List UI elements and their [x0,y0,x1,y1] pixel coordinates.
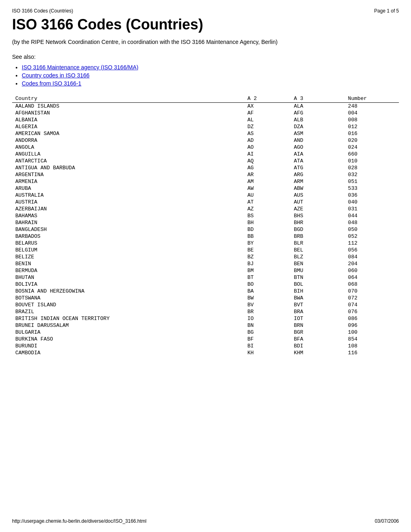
cell-a2: AO [244,144,291,151]
cell-a2: AZ [244,206,291,212]
cell-a2: AT [244,199,291,206]
footer-date: 03/07/2006 [375,518,399,524]
cell-a2: IO [244,315,291,322]
table-row: BERMUDABMBMU060 [12,267,399,274]
col-header-number: Number [345,95,399,103]
cell-country: ALBANIA [12,116,244,123]
table-row: BOSNIA AND HERZEGOWINABABIH070 [12,288,399,295]
cell-a3: BOL [291,281,345,288]
cell-a2: BV [244,301,291,308]
cell-country: AMERICAN SAMOA [12,130,244,137]
table-row: ANTIGUA AND BARBUDAAGATG028 [12,164,399,171]
cell-number: 060 [345,267,399,274]
cell-a2: AD [244,137,291,144]
link-codes-3166-1[interactable]: Codes from ISO 3166-1 [22,80,81,87]
cell-a3: BLR [291,240,345,247]
cell-number: 096 [345,322,399,329]
cell-number: 056 [345,247,399,254]
cell-a2: BM [244,267,291,274]
cell-number: 040 [345,199,399,206]
cell-a3: BFA [291,336,345,343]
cell-number: 068 [345,281,399,288]
footer-bar: http://userpage.chemie.fu-berlin.de/dive… [12,518,399,524]
table-row: AZERBAIJANAZAZE031 [12,206,399,212]
cell-a2: BF [244,336,291,343]
table-row: BRITISH INDIAN OCEAN TERRITORYIOIOT086 [12,315,399,322]
cell-a3: BTN [291,274,345,281]
cell-number: 016 [345,130,399,137]
table-row: ANTARCTICAAQATA010 [12,158,399,164]
cell-country: BANGLADESH [12,226,244,233]
link-country-codes[interactable]: Country codes in ISO 3166 [22,72,89,79]
cell-a3: BEN [291,260,345,267]
table-row: BULGARIABGBGR100 [12,329,399,336]
cell-a2: BD [244,226,291,233]
cell-country: ANGUILLA [12,151,244,158]
cell-number: 048 [345,219,399,226]
cell-a2: AW [244,185,291,192]
cell-number: 084 [345,254,399,260]
cell-number: 854 [345,336,399,343]
cell-a3: AFG [291,110,345,116]
cell-country: BRUNEI DARUSSALAM [12,322,244,329]
cell-a2: AG [244,164,291,171]
cell-number: 108 [345,343,399,349]
cell-a2: BA [244,288,291,295]
cell-a2: AR [244,171,291,178]
footer-url: http://userpage.chemie.fu-berlin.de/dive… [12,518,147,524]
cell-country: ARMENIA [12,178,244,185]
cell-a3: ATG [291,164,345,171]
cell-a3: BVT [291,301,345,308]
cell-number: 072 [345,295,399,301]
table-row: AFGHANISTANAFAFG004 [12,110,399,116]
list-item: ISO 3166 Maintenance agency (ISO 3166/MA… [22,64,399,71]
cell-number: 100 [345,329,399,336]
cell-a2: BG [244,329,291,336]
cell-number: 028 [345,164,399,171]
cell-country: AUSTRIA [12,199,244,206]
cell-number: 036 [345,192,399,199]
link-maintenance-agency[interactable]: ISO 3166 Maintenance agency (ISO 3166/MA… [22,64,139,71]
cell-country: BARBADOS [12,233,244,240]
cell-country: BURUNDI [12,343,244,349]
cell-country: ARUBA [12,185,244,192]
table-row: AUSTRIAATAUT040 [12,199,399,206]
cell-a3: BMU [291,267,345,274]
cell-a3: BLZ [291,254,345,260]
cell-number: 248 [345,103,399,110]
cell-a3: BRB [291,233,345,240]
col-header-a2: A 2 [244,95,291,103]
cell-number: 076 [345,308,399,315]
cell-country: BOTSWANA [12,295,244,301]
header-page-info: Page 1 of 5 [374,8,399,14]
table-row: BARBADOSBBBRB052 [12,233,399,240]
table-row: BRAZILBRBRA076 [12,308,399,315]
cell-number: 050 [345,226,399,233]
cell-a3: BGD [291,226,345,233]
cell-country: BULGARIA [12,329,244,336]
table-row: BRUNEI DARUSSALAMBNBRN096 [12,322,399,329]
cell-a2: BY [244,240,291,247]
cell-a3: ABW [291,185,345,192]
table-row: BURUNDIBIBDI108 [12,343,399,349]
table-row: BOUVET ISLANDBVBVT074 [12,301,399,308]
cell-a3: ASM [291,130,345,137]
cell-a3: BWA [291,295,345,301]
cell-country: ALGERIA [12,123,244,130]
cell-a3: BHR [291,219,345,226]
cell-a3: ARM [291,178,345,185]
cell-country: BURKINA FASO [12,336,244,343]
table-row: BENINBJBEN204 [12,260,399,267]
table-row: ANDORRAADAND020 [12,137,399,144]
cell-a3: BEL [291,247,345,254]
cell-a2: BJ [244,260,291,267]
cell-country: BOSNIA AND HERZEGOWINA [12,288,244,295]
table-row: AUSTRALIAAUAUS036 [12,192,399,199]
cell-country: AZERBAIJAN [12,206,244,212]
cell-a2: AM [244,178,291,185]
table-row: BHUTANBTBTN064 [12,274,399,281]
cell-a3: AUS [291,192,345,199]
cell-a3: BHS [291,212,345,219]
col-header-a3: A 3 [291,95,345,103]
header-doc-title: ISO 3166 Codes (Countries) [12,8,73,14]
